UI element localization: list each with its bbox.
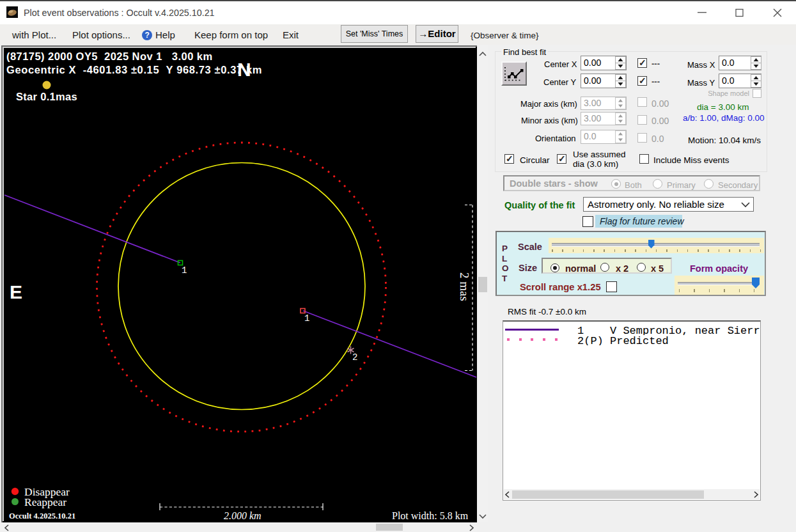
svg-text:Geocentric X -4601.83 ±0.15: Geocentric X -4601.83 ±0.15 Y 968.73 ±0.… xyxy=(6,64,262,75)
svg-text:E: E xyxy=(10,281,22,302)
svg-text:2: 2 xyxy=(352,352,357,363)
svg-text:N: N xyxy=(237,59,251,80)
svg-text:Plot width: 5.8 km: Plot width: 5.8 km xyxy=(392,510,469,521)
svg-text:Star 0.1mas: Star 0.1mas xyxy=(16,91,77,102)
svg-text:2.000 km: 2.000 km xyxy=(224,510,261,521)
svg-text:2 mas: 2 mas xyxy=(458,272,471,301)
svg-text:1: 1 xyxy=(304,313,309,324)
svg-text:(87175) 2000 OY5 2025 Nov 1: (87175) 2000 OY5 2025 Nov 1 3.00 km xyxy=(6,51,213,62)
svg-text:Reappear: Reappear xyxy=(24,496,66,508)
svg-text:1: 1 xyxy=(182,265,187,276)
svg-text:Occult 4.2025.10.21: Occult 4.2025.10.21 xyxy=(9,512,75,520)
